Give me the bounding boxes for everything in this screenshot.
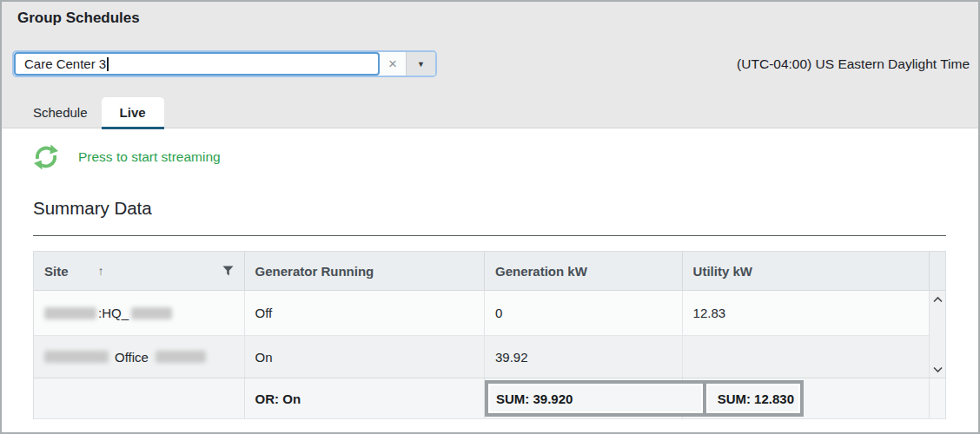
start-streaming-button[interactable]: Press to start streaming [33, 144, 946, 170]
text-cursor [107, 57, 109, 71]
group-schedules-window: Group Schedules Care Center 3 × ▼ (UTC-0… [0, 0, 980, 434]
grid-footer-row: OR: On SUM: 39.920 SUM: 12.830 [34, 378, 945, 418]
cell-site: Office [34, 336, 244, 378]
clear-button[interactable]: × [380, 52, 406, 76]
group-combobox-input[interactable]: Care Center 3 [14, 52, 380, 76]
sort-ascending-icon: ↑ [98, 264, 104, 278]
dropdown-button[interactable]: ▼ [406, 52, 435, 76]
cell-utility-kw [682, 336, 929, 378]
header-band: Group Schedules Care Center 3 × ▼ (UTC-0… [2, 2, 978, 128]
clear-icon: × [388, 56, 397, 73]
scroll-down-icon[interactable] [932, 366, 944, 373]
column-header-generation-kw[interactable]: Generation kW [484, 252, 682, 290]
summary-grid: Site ↑ Generator Running Generation kW U… [33, 251, 946, 419]
site-text: :HQ_ [98, 306, 129, 320]
group-combobox[interactable]: Care Center 3 × ▼ [12, 50, 437, 77]
cell-generator-running: Off [244, 291, 484, 335]
table-row[interactable]: Office On 39.92 [34, 336, 945, 378]
grid-header-row: Site ↑ Generator Running Generation kW U… [34, 252, 945, 291]
start-streaming-label[interactable]: Press to start streaming [78, 149, 221, 165]
sum-highlight-annotation: SUM: 39.920 SUM: 12.830 [485, 380, 804, 417]
grid-body: :HQ_ Off 0 12.83 Office On 39.92 [34, 291, 945, 378]
scrollbar-header-spacer [929, 252, 945, 290]
refresh-icon[interactable] [33, 144, 59, 170]
cell-generation-kw: 39.92 [484, 336, 682, 378]
chevron-down-icon: ▼ [417, 60, 425, 69]
site-header-label: Site [44, 264, 69, 279]
summary-divider [33, 235, 946, 236]
group-combobox-value: Care Center 3 [24, 56, 106, 71]
tab-strip: Schedule Live [19, 97, 978, 128]
generation-sum: SUM: 39.920 [485, 380, 706, 417]
cell-generation-kw: 0 [484, 291, 682, 335]
live-tab-content: Press to start streaming Summary Data Si… [2, 144, 978, 419]
selector-row: Care Center 3 × ▼ (UTC-04:00) US Eastern… [12, 50, 970, 77]
redacted-text [131, 307, 172, 319]
utility-sum: SUM: 12.830 [703, 380, 804, 417]
cell-site: :HQ_ [34, 291, 244, 335]
page-title: Group Schedules [17, 10, 978, 27]
site-text: Office [115, 350, 149, 365]
redacted-text [44, 351, 109, 363]
footer-site-cell [34, 378, 244, 418]
footer-or-aggregate: OR: On [244, 378, 484, 418]
cell-utility-kw: 12.83 [682, 291, 929, 335]
column-header-site[interactable]: Site ↑ [34, 252, 244, 290]
column-header-generator-running[interactable]: Generator Running [244, 252, 484, 290]
scroll-up-icon[interactable] [932, 296, 944, 303]
table-row[interactable]: :HQ_ Off 0 12.83 [34, 291, 945, 336]
timezone-label: (UTC-04:00) US Eastern Daylight Time [737, 56, 970, 72]
cell-generator-running: On [244, 336, 484, 378]
column-header-utility-kw[interactable]: Utility kW [682, 252, 929, 290]
utility-header-label: Utility kW [693, 264, 752, 279]
redacted-text [156, 351, 206, 363]
tab-live[interactable]: Live [102, 97, 164, 129]
vertical-scrollbar[interactable] [929, 291, 945, 378]
redacted-text [44, 307, 96, 319]
filter-icon[interactable] [222, 266, 234, 276]
summary-data-title: Summary Data [33, 196, 946, 220]
generation-header-label: Generation kW [495, 264, 587, 279]
tab-schedule[interactable]: Schedule [19, 97, 102, 128]
generator-header-label: Generator Running [255, 264, 374, 279]
scrollbar-footer-spacer [929, 378, 945, 418]
